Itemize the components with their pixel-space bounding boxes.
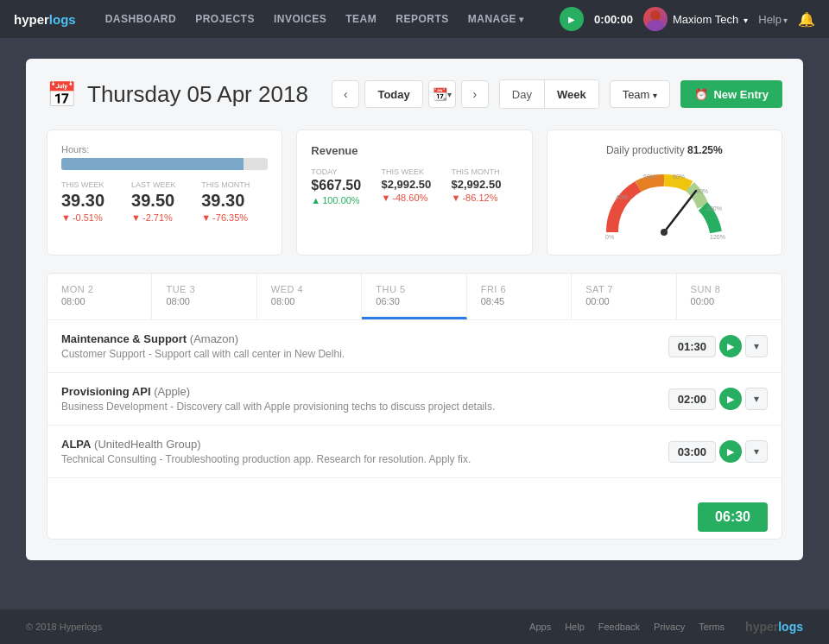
nav-projects[interactable]: PROJECTS	[187, 9, 263, 28]
hours-card: Hours: 88% billable THIS WEEK 39.30 ▼ -0…	[47, 129, 282, 256]
chevron-down-icon-1: ▾	[754, 393, 759, 405]
calendar-icon: 📅	[47, 80, 77, 109]
revenue-grid: TODAY $667.50 ▲ 100.00% THIS WEEK $2,992…	[311, 167, 517, 205]
week-day-thu[interactable]: THU 5 06:30	[362, 274, 466, 319]
clock-icon: ⏰	[694, 88, 708, 101]
entry-row: Provisioning API (Apple) Business Develo…	[47, 373, 782, 426]
date-title: Thursday 05 Apr 2018	[87, 81, 308, 108]
entry-play-button-0[interactable]: ▶	[719, 335, 742, 357]
hours-grid: THIS WEEK 39.30 ▼ -0.51% LAST WEEK 39.50…	[61, 180, 268, 223]
revenue-card: Revenue TODAY $667.50 ▲ 100.00% THIS WEE…	[296, 129, 532, 256]
entry-time-2: 03:00	[668, 441, 716, 463]
user-menu[interactable]: Maxiom Tech	[643, 7, 748, 31]
day-view-button[interactable]: Day	[500, 80, 545, 108]
next-date-button[interactable]	[461, 80, 489, 108]
entry-controls-1: 02:00 ▶ ▾	[668, 388, 768, 410]
week-day-wed[interactable]: WED 4 08:00	[257, 274, 362, 319]
entry-desc-1: Business Development - Discovery call wi…	[61, 401, 668, 413]
week-view-button[interactable]: Week	[545, 80, 598, 108]
hours-bar-wrap: Hours: 88% billable	[61, 144, 268, 170]
entry-more-button-0[interactable]: ▾	[745, 335, 768, 357]
gauge-chart: 0% 40% 60% 80% 90% 100% 120%	[595, 163, 733, 241]
nav-manage[interactable]: MANAGE	[459, 9, 533, 28]
today-button[interactable]: Today	[364, 80, 422, 108]
entry-desc-2: Technical Consulting - Troubleshooting p…	[61, 453, 668, 465]
svg-text:80%: 80%	[673, 174, 685, 180]
calendar-small-icon: 📆	[433, 87, 447, 101]
hours-last-week: LAST WEEK 39.50 ▼ -2.71%	[131, 180, 198, 223]
week-row: MON 2 08:00 TUE 3 08:00 WED 4 08:00 THU …	[47, 274, 782, 320]
entry-row: ALPA (UnitedHealth Group) Technical Cons…	[47, 426, 782, 478]
rev-this-week-change: ▼ -48.60%	[381, 193, 447, 203]
hours-label: Hours:	[61, 144, 268, 155]
nav-right: ▶ 0:00:00 Maxiom Tech Help 🔔	[560, 7, 815, 31]
week-day-sat[interactable]: SAT 7 00:00	[572, 274, 676, 319]
entry-row: Maintenance & Support (Amazon) Customer …	[47, 320, 782, 373]
timer-play-button[interactable]: ▶	[560, 7, 584, 31]
chevron-right-icon	[472, 87, 477, 101]
footer-links: AppsHelpFeedbackPrivacyTerms	[529, 622, 725, 632]
footer-link-terms[interactable]: Terms	[699, 622, 725, 632]
day-week-toggle: Day Week	[499, 79, 599, 109]
rev-this-month: THIS MONTH $2,992.50 ▼ -86.12%	[452, 167, 518, 205]
play-icon: ▶	[568, 15, 575, 24]
entry-more-button-2[interactable]: ▾	[745, 440, 768, 463]
nav-dashboard[interactable]: DASHBOARD	[97, 9, 186, 28]
help-link[interactable]: Help	[758, 13, 788, 26]
content-card: 📅 Thursday 05 Apr 2018 Today 📆 Day Week	[26, 59, 803, 560]
entry-play-button-1[interactable]: ▶	[719, 388, 742, 410]
chevron-left-icon	[344, 87, 348, 101]
revenue-title: Revenue	[311, 144, 517, 157]
nav-links: DASHBOARD PROJECTS INVOICES TEAM REPORTS…	[97, 9, 560, 28]
play-icon-2: ▶	[727, 446, 734, 458]
week-entries-card: MON 2 08:00 TUE 3 08:00 WED 4 08:00 THU …	[47, 273, 782, 540]
manage-chevron-icon	[519, 13, 524, 25]
rev-this-week: THIS WEEK $2,992.50 ▼ -48.60%	[381, 167, 447, 205]
entry-more-button-1[interactable]: ▾	[745, 388, 768, 410]
entry-desc-0: Customer Support - Support call with cal…	[61, 348, 668, 360]
user-chevron-icon	[744, 13, 748, 26]
new-entry-button[interactable]: ⏰ New Entry	[680, 80, 782, 108]
hours-this-week: THIS WEEK 39.30 ▼ -0.51%	[61, 180, 128, 223]
timer-display: 0:00:00	[594, 13, 633, 26]
footer-logo: hyperlogs	[745, 620, 803, 634]
entry-play-button-2[interactable]: ▶	[719, 440, 742, 463]
entry-title-1: Provisioning API (Apple)	[61, 385, 668, 398]
hours-this-month-change: ▼ -76.35%	[201, 212, 268, 223]
notifications-bell-icon[interactable]: 🔔	[798, 11, 815, 28]
week-day-sun[interactable]: SUN 8 00:00	[677, 274, 782, 319]
cal-chevron-icon	[447, 90, 452, 99]
prev-date-button[interactable]	[332, 80, 359, 108]
avatar	[643, 7, 668, 31]
svg-text:40%: 40%	[616, 194, 628, 200]
user-name: Maxiom Tech	[673, 13, 738, 26]
week-day-tue[interactable]: TUE 3 08:00	[152, 274, 256, 319]
logo[interactable]: hyperlogs	[14, 12, 76, 27]
nav-invoices[interactable]: INVOICES	[265, 9, 335, 28]
footer: © 2018 Hyperlogs AppsHelpFeedbackPrivacy…	[0, 609, 829, 644]
entry-controls-2: 03:00 ▶ ▾	[668, 440, 768, 463]
calendar-picker-button[interactable]: 📆	[428, 80, 456, 108]
svg-point-0	[650, 10, 661, 21]
team-button[interactable]: Team	[610, 80, 671, 108]
rev-today: TODAY $667.50 ▲ 100.00%	[311, 167, 377, 205]
hours-bar-fill	[61, 158, 244, 170]
productivity-title: Daily productivity 81.25%	[561, 144, 768, 156]
entry-time-1: 02:00	[668, 388, 716, 410]
productivity-card: Daily productivity 81.25%	[547, 129, 782, 256]
svg-text:60%: 60%	[643, 174, 655, 180]
rev-today-change: ▲ 100.00%	[311, 195, 377, 205]
down-triangle-icon-3: ▼	[201, 212, 211, 223]
nav-reports[interactable]: REPORTS	[387, 9, 458, 28]
week-day-mon[interactable]: MON 2 08:00	[47, 274, 152, 319]
up-triangle-icon: ▲	[311, 195, 320, 205]
header-row: 📅 Thursday 05 Apr 2018 Today 📆 Day Week	[47, 79, 782, 109]
footer-link-help[interactable]: Help	[565, 622, 585, 632]
hours-this-month: THIS MONTH 39.30 ▼ -76.35%	[201, 180, 268, 223]
week-day-fri[interactable]: FRI 6 08:45	[467, 274, 572, 319]
footer-link-privacy[interactable]: Privacy	[654, 622, 685, 632]
nav-team[interactable]: TEAM	[337, 9, 385, 28]
main-wrap: 📅 Thursday 05 Apr 2018 Today 📆 Day Week	[0, 38, 829, 609]
footer-link-feedback[interactable]: Feedback	[598, 622, 640, 632]
footer-link-apps[interactable]: Apps	[529, 622, 551, 632]
